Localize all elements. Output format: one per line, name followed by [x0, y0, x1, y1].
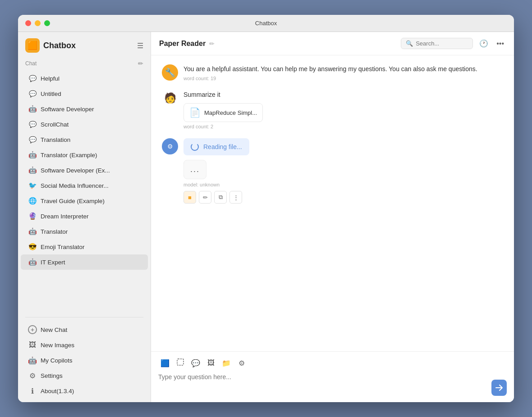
ai-response-container: ... model: unknown ■ ✏ [183, 160, 503, 204]
chat-header-actions: 🔍 🕐 ••• [401, 37, 506, 50]
sidebar-item-label: Travel Guide (Example) [41, 198, 105, 204]
sidebar-item-new-images[interactable]: 🖼 New Images [21, 337, 148, 353]
maximize-button[interactable] [44, 20, 50, 26]
sidebar-item-helpful[interactable]: 💬 Helpful [21, 71, 148, 86]
ai-avatar: ⚙ [162, 138, 178, 154]
sidebar-item-it-expert[interactable]: 🤖 IT Expert [21, 254, 148, 270]
persona-icon: 🤖 [28, 258, 37, 267]
sidebar-item-translator-example[interactable]: 🤖 Translator (Example) [21, 147, 148, 163]
search-input[interactable] [416, 40, 468, 47]
settings-toolbar-btn[interactable]: ⚙ [235, 356, 248, 370]
file-name: MapReduce Simpl... [204, 109, 257, 116]
sidebar-item-label: New Images [41, 342, 74, 349]
copilot-icon: 🟦 [161, 359, 170, 367]
search-box[interactable]: 🔍 [401, 38, 473, 49]
chat-bubble-icon: 💬 [28, 120, 37, 129]
sidebar-item-translation[interactable]: 💬 Translation [21, 132, 148, 147]
sidebar-item-label: Translation [41, 136, 70, 143]
persona-icon: 🐦 [28, 181, 37, 190]
copy-button[interactable]: ⧉ [214, 191, 227, 204]
more-icon: ⋮ [233, 194, 239, 201]
svg-rect-0 [177, 359, 183, 365]
message-system: 🔧 You are a helpful assistant. You can h… [162, 64, 503, 81]
sidebar-item-label: My Copilots [41, 357, 73, 364]
edit-button[interactable]: ✏ [199, 191, 211, 204]
close-button[interactable] [25, 20, 31, 26]
image-icon: 🖼 [28, 340, 37, 349]
sidebar-item-software-developer-ex[interactable]: 🤖 Software Developer (Ex... [21, 163, 148, 178]
sidebar-list: 💬 Helpful 💬 Untitled 🤖 Software Develope… [18, 70, 151, 314]
sidebar-item-label: Untitled [41, 91, 61, 97]
window-title: Chatbox [255, 20, 277, 27]
plus-icon: + [28, 325, 37, 334]
message-input[interactable] [158, 373, 491, 396]
image-toolbar-btn[interactable]: 🖼 [204, 356, 218, 370]
chat-section-header: Chat ✏ [18, 57, 151, 70]
sidebar-divider [25, 317, 143, 317]
file-attachment: 📄 MapReduce Simpl... [183, 103, 263, 122]
sidebar-item-my-copilots[interactable]: 🤖 My Copilots [21, 353, 148, 368]
sidebar-item-label: Translator [41, 228, 68, 235]
copilot-icon: 🤖 [28, 356, 37, 365]
select-toolbar-btn[interactable] [174, 356, 187, 370]
sidebar-item-new-chat[interactable]: + New Chat [21, 322, 148, 337]
history-icon[interactable]: 🕐 [477, 37, 490, 50]
send-button[interactable] [491, 380, 507, 396]
sidebar-item-settings[interactable]: ⚙ Settings [21, 368, 148, 383]
info-icon: ℹ [28, 386, 37, 395]
sidebar-item-label: Software Developer [41, 106, 94, 113]
more-button[interactable]: ⋮ [229, 191, 242, 204]
title-bar: Chatbox [18, 15, 514, 32]
new-chat-icon[interactable]: ✏ [138, 60, 143, 67]
sidebar-item-about[interactable]: ℹ About(1.3.4) [21, 383, 148, 399]
sidebar-item-label: Social Media Influencer... [41, 182, 109, 189]
chat-header: Paper Reader ✏ 🔍 🕐 ••• [151, 32, 514, 55]
chat-messages: 🔧 You are a helpful assistant. You can h… [151, 55, 514, 351]
pdf-icon: 📄 [189, 107, 201, 118]
sidebar-menu-icon[interactable]: ☰ [137, 41, 143, 50]
chat-section-label: Chat [25, 60, 37, 67]
sidebar-logo: 🟧 Chatbox [25, 38, 76, 53]
ai-action-buttons: ■ ✏ ⧉ ⋮ [183, 191, 503, 204]
app-logo-icon: 🟧 [25, 38, 40, 53]
folder-toolbar-btn[interactable]: 📁 [220, 356, 233, 370]
more-options-icon[interactable]: ••• [495, 38, 506, 50]
sidebar-item-travel-guide[interactable]: 🌐 Travel Guide (Example) [21, 193, 148, 208]
sidebar-item-dream-interpreter[interactable]: 🔮 Dream Interpreter [21, 208, 148, 224]
search-icon: 🔍 [406, 40, 413, 47]
system-word-count: word count: 19 [183, 76, 503, 81]
stop-button[interactable]: ■ [183, 191, 196, 204]
sidebar-item-label: Settings [41, 372, 63, 379]
sidebar-item-translator[interactable]: 🤖 Translator [21, 224, 148, 239]
chat-toolbar-btn[interactable]: 💬 [189, 356, 202, 370]
sidebar-bottom: + New Chat 🖼 New Images 🤖 My Copilots ⚙ … [18, 320, 151, 402]
app-window: Chatbox 🟧 Chatbox ☰ Chat ✏ 💬 Helpful [18, 15, 514, 402]
persona-icon: 🤖 [28, 150, 37, 159]
sidebar-item-label: About(1.3.4) [41, 388, 74, 394]
copilot-toolbar-btn[interactable]: 🟦 [158, 356, 172, 370]
sidebar-item-label: Translator (Example) [41, 152, 97, 159]
sidebar-item-emoji-translator[interactable]: 😎 Emoji Translator [21, 239, 148, 254]
chat-bubble-icon: 💬 [28, 74, 37, 83]
message-user: 🧑 Summarize it 📄 MapReduce Simpl... word… [162, 90, 503, 129]
system-message-text: You are a helpful assistant. You can hel… [183, 64, 503, 74]
sidebar-item-label: ScrollChat [41, 121, 69, 128]
traffic-lights [25, 20, 50, 26]
sidebar-item-untitled[interactable]: 💬 Untitled [21, 86, 148, 101]
loading-spinner [191, 143, 199, 151]
sidebar-item-scrollchat[interactable]: 💬 ScrollChat [21, 117, 148, 132]
sidebar-item-label: Software Developer (Ex... [41, 167, 110, 174]
sidebar: 🟧 Chatbox ☰ Chat ✏ 💬 Helpful 💬 Untitled [18, 32, 151, 402]
chat-bubble-icon: 💬 [28, 135, 37, 144]
user-word-count: word count: 2 [183, 124, 503, 129]
sidebar-item-label: IT Expert [41, 259, 65, 266]
sidebar-item-software-developer[interactable]: 🤖 Software Developer [21, 101, 148, 117]
copy-icon: ⧉ [219, 194, 223, 201]
persona-icon: 🤖 [28, 166, 37, 175]
edit-title-icon[interactable]: ✏ [209, 40, 215, 47]
minimize-button[interactable] [35, 20, 41, 26]
input-area: 🟦 💬 🖼 [151, 351, 514, 402]
chat-bubble-icon: 💬 [28, 89, 37, 98]
sidebar-item-social-media[interactable]: 🐦 Social Media Influencer... [21, 178, 148, 193]
input-toolbar: 🟦 💬 🖼 [158, 356, 507, 370]
